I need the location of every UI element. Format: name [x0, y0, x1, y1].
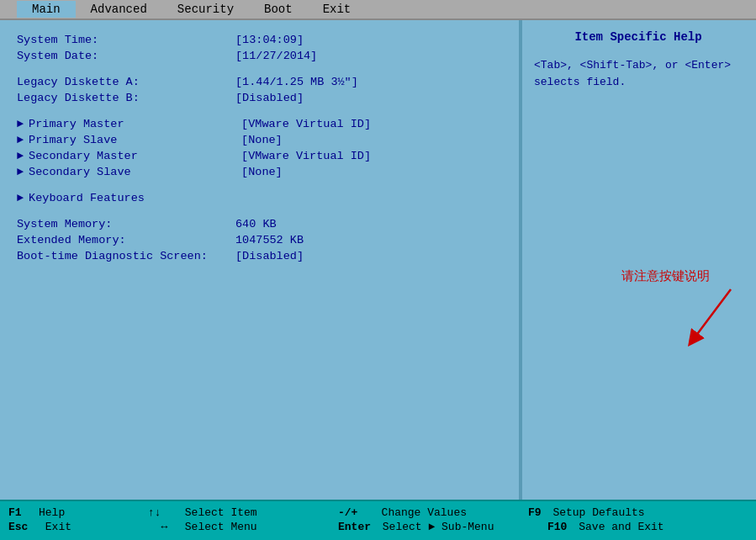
secondary-slave-row[interactable]: ► Secondary Slave [None]: [17, 166, 502, 178]
status-row-1: F1 Help ↑↓ Select Item -/+ Change Values…: [8, 506, 748, 519]
chinese-text: 请注意按键说明: [621, 268, 710, 283]
primary-master-row[interactable]: ► Primary Master [VMware Virtual ID]: [17, 118, 502, 130]
key-esc: Esc: [8, 521, 34, 533]
desc-help: Help: [39, 506, 123, 519]
arrow-icon-ss: ►: [17, 166, 24, 178]
secondary-master-row[interactable]: ► Secondary Master [VMware Virtual ID]: [17, 150, 502, 162]
menu-item-boot[interactable]: Boot: [249, 1, 308, 18]
boot-diag-row: Boot-time Diagnostic Screen: [Disabled]: [17, 250, 502, 262]
menu-item-advanced[interactable]: Advanced: [76, 1, 162, 18]
key-f1: F1: [8, 506, 34, 519]
svg-line-1: [693, 289, 731, 340]
primary-slave-value: [None]: [241, 134, 283, 146]
extended-memory-label: Extended Memory:: [17, 234, 235, 246]
primary-master-label: Primary Master: [29, 118, 241, 130]
legacy-b-value[interactable]: [Disabled]: [235, 92, 304, 104]
system-memory-label: System Memory:: [17, 218, 235, 230]
keyboard-features-label: Keyboard Features: [29, 192, 241, 204]
bios-body: System Time: [13:04:09] System Date: [11…: [0, 20, 756, 500]
action-sub-menu: Select ► Sub-Menu: [376, 521, 510, 533]
chinese-annotation: 请注意按键说明: [621, 268, 710, 284]
system-time-row: System Time: [13:04:09]: [17, 34, 502, 46]
menu-item-main[interactable]: Main: [17, 1, 76, 18]
key-f9: F9: [528, 506, 542, 519]
spacer4: [17, 208, 502, 218]
legacy-b-label: Legacy Diskette B:: [17, 92, 235, 104]
system-time-value[interactable]: [13:04:09]: [235, 34, 304, 46]
arrow-icon-sm: ►: [17, 150, 24, 162]
menu-item-exit[interactable]: Exit: [308, 1, 367, 18]
key-enter: Enter: [338, 521, 371, 533]
arrow-icon-ps: ►: [17, 134, 24, 146]
key-dash: -/+: [338, 506, 363, 519]
desc-save-exit: Save and Exit: [572, 521, 663, 533]
extended-memory-row: Extended Memory: 1047552 KB: [17, 234, 502, 246]
system-memory-value: 640 KB: [235, 218, 277, 230]
secondary-master-value: [VMware Virtual ID]: [241, 150, 371, 162]
key-updown: ↑↓: [148, 506, 173, 519]
spacer1: [17, 66, 502, 76]
system-date-row: System Date: [11/27/2014]: [17, 50, 502, 62]
secondary-slave-label: Secondary Slave: [29, 166, 241, 178]
arrow-icon-kf: ►: [17, 192, 24, 204]
panel-divider: [521, 20, 522, 500]
boot-diag-label: Boot-time Diagnostic Screen:: [17, 250, 235, 262]
action-select-item: Select Item: [178, 506, 313, 519]
action-change-values: Change Values: [368, 506, 503, 519]
red-arrow-svg: [685, 285, 743, 352]
spacer3: [17, 182, 502, 192]
menu-item-security[interactable]: Security: [162, 1, 249, 18]
legacy-b-row: Legacy Diskette B: [Disabled]: [17, 92, 502, 104]
left-panel: System Time: [13:04:09] System Date: [11…: [0, 20, 521, 500]
primary-slave-row[interactable]: ► Primary Slave [None]: [17, 134, 502, 146]
boot-diag-value: [Disabled]: [235, 250, 304, 262]
help-title: Item Specific Help: [534, 30, 743, 44]
action-select-menu: Select Menu: [178, 521, 313, 533]
arrow-icon-pm: ►: [17, 118, 24, 130]
desc-setup-defaults: Setup Defaults: [547, 506, 645, 519]
system-date-label: System Date:: [17, 50, 235, 62]
spacer2: [17, 108, 502, 118]
primary-slave-label: Primary Slave: [29, 134, 241, 146]
secondary-slave-value: [None]: [241, 166, 283, 178]
desc-exit: Exit: [39, 521, 123, 533]
extended-memory-value: 1047552 KB: [235, 234, 304, 246]
right-panel: Item Specific Help <Tab>, <Shift-Tab>, o…: [521, 20, 756, 500]
legacy-a-label: Legacy Diskette A:: [17, 76, 235, 88]
secondary-master-label: Secondary Master: [29, 150, 241, 162]
menu-bar: Main Advanced Security Boot Exit: [0, 0, 756, 20]
status-bar: F1 Help ↑↓ Select Item -/+ Change Values…: [0, 500, 756, 540]
system-date-value[interactable]: [11/27/2014]: [235, 50, 317, 62]
key-leftright: ↔: [148, 521, 173, 533]
system-memory-row: System Memory: 640 KB: [17, 218, 502, 230]
legacy-a-value[interactable]: [1.44/1.25 MB 3½"]: [235, 76, 358, 88]
system-time-label: System Time:: [17, 34, 235, 46]
keyboard-features-row[interactable]: ► Keyboard Features: [17, 192, 502, 204]
primary-master-value: [VMware Virtual ID]: [241, 118, 371, 130]
legacy-a-row: Legacy Diskette A: [1.44/1.25 MB 3½"]: [17, 76, 502, 88]
help-text: <Tab>, <Shift-Tab>, or <Enter> selects f…: [534, 57, 743, 90]
key-f10: F10: [547, 521, 567, 533]
status-row-2: Esc Exit ↔ Select Menu Enter Select ► Su…: [8, 521, 748, 533]
